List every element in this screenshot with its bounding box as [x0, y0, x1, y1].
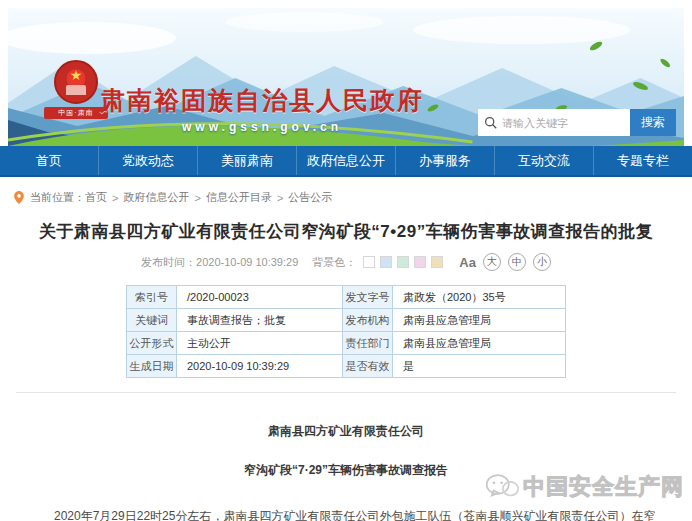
breadcrumb-home[interactable]: 首页 — [85, 190, 107, 205]
search-bar: 搜索 — [478, 109, 676, 136]
breadcrumb: 当前位置： 首页 > 政府信息公开 > 信息公开目录 > 公告公示 — [14, 190, 692, 205]
site-title: 肃南裕固族自治县人民政府 — [100, 84, 424, 117]
publish-time-label: 发布时间： — [141, 255, 196, 270]
meta-value: 是 — [393, 355, 566, 378]
section-divider — [16, 392, 676, 393]
font-size-medium-button[interactable]: 中 — [508, 253, 526, 271]
emblem-label: 中国·肃南 — [44, 107, 108, 119]
document-heading-company: 肃南县四方矿业有限责任公司 — [0, 423, 692, 440]
site-banner: ★ 中国·肃南 肃南裕固族自治县人民政府 www.gssn.gov.cn 搜索 — [8, 8, 684, 146]
nav-item-services[interactable]: 办事服务 — [396, 146, 495, 175]
meta-value: 肃南县应急管理局 — [393, 332, 566, 355]
search-input[interactable] — [502, 117, 624, 129]
meta-label: 发文字号 — [343, 286, 393, 309]
publish-time-value: 2020-10-09 10:39:29 — [196, 256, 298, 268]
meta-label: 公开形式 — [127, 332, 177, 355]
meta-value: 肃南县应急管理局 — [393, 309, 566, 332]
bgcolor-swatches — [358, 256, 443, 268]
nav-item-party-news[interactable]: 党政动态 — [99, 146, 198, 175]
national-emblem-icon: ★ — [54, 60, 98, 104]
document-meta-table: 索引号 /2020-00023 发文字号 肃政发（2020）35号 关键词 事故… — [126, 285, 566, 378]
table-row: 公开形式 主动公开 责任部门 肃南县应急管理局 — [127, 332, 566, 355]
site-logo: ★ 中国·肃南 — [44, 60, 108, 119]
meta-label: 是否有效 — [343, 355, 393, 378]
meta-value: /2020-00023 — [177, 286, 343, 309]
document-heading-report: 窄沟矿段“7·29”车辆伤害事故调查报告 — [0, 462, 692, 479]
meta-label: 索引号 — [127, 286, 177, 309]
meta-value: 事故调查报告；批复 — [177, 309, 343, 332]
article-title: 关于肃南县四方矿业有限责任公司窄沟矿段“7•29”车辆伤害事故调查报告的批复 — [20, 220, 672, 243]
meta-label: 关键词 — [127, 309, 177, 332]
table-row: 生成日期 2020-10-09 10:39:29 是否有效 是 — [127, 355, 566, 378]
site-url: www.gssn.gov.cn — [100, 120, 424, 134]
meta-label: 责任部门 — [343, 332, 393, 355]
meta-value: 2020-10-09 10:39:29 — [177, 355, 343, 378]
site-identity: 肃南裕固族自治县人民政府 www.gssn.gov.cn — [100, 84, 424, 134]
meta-value: 主动公开 — [177, 332, 343, 355]
bgcolor-swatch-blue[interactable] — [380, 256, 392, 268]
bgcolor-label: 背景色： — [312, 255, 356, 270]
nav-item-interaction[interactable]: 互动交流 — [495, 146, 594, 175]
breadcrumb-info-directory[interactable]: 信息公开目录 — [206, 190, 272, 205]
bgcolor-swatch-white[interactable] — [363, 256, 375, 268]
nav-item-gov-info[interactable]: 政府信息公开 — [297, 146, 396, 175]
meta-label: 生成日期 — [127, 355, 177, 378]
nav-item-home[interactable]: 首页 — [0, 146, 99, 175]
nav-item-beautiful-sunan[interactable]: 美丽肃南 — [198, 146, 297, 175]
bgcolor-swatch-tan[interactable] — [431, 256, 443, 268]
breadcrumb-prefix: 当前位置： — [30, 190, 85, 205]
breadcrumb-announcements[interactable]: 公告公示 — [288, 190, 332, 205]
nav-item-special-topics[interactable]: 专题专栏 — [594, 146, 692, 175]
table-row: 索引号 /2020-00023 发文字号 肃政发（2020）35号 — [127, 286, 566, 309]
main-nav: 首页 党政动态 美丽肃南 政府信息公开 办事服务 互动交流 专题专栏 — [0, 146, 692, 177]
search-icon — [484, 116, 497, 129]
bgcolor-swatch-green[interactable] — [397, 256, 409, 268]
page: ★ 中国·肃南 肃南裕固族自治县人民政府 www.gssn.gov.cn 搜索 … — [0, 0, 692, 521]
font-size-aa-icon[interactable]: Aa — [459, 255, 476, 270]
font-size-small-button[interactable]: 小 — [533, 253, 551, 271]
search-button[interactable]: 搜索 — [630, 109, 676, 136]
meta-value: 肃政发（2020）35号 — [393, 286, 566, 309]
location-pin-icon — [14, 191, 24, 204]
meta-label: 发布机构 — [343, 309, 393, 332]
bgcolor-swatch-pink[interactable] — [414, 256, 426, 268]
font-size-large-button[interactable]: 大 — [483, 253, 501, 271]
table-row: 关键词 事故调查报告；批复 发布机构 肃南县应急管理局 — [127, 309, 566, 332]
document-paragraph: 2020年7月29日22时25分左右，肃南县四方矿业有限责任公司外包施工队伍（苍… — [30, 503, 662, 521]
breadcrumb-gov-info[interactable]: 政府信息公开 — [123, 190, 189, 205]
article-meta-row: 发布时间： 2020-10-09 10:39:29 背景色： Aa 大 中 小 — [0, 253, 692, 271]
